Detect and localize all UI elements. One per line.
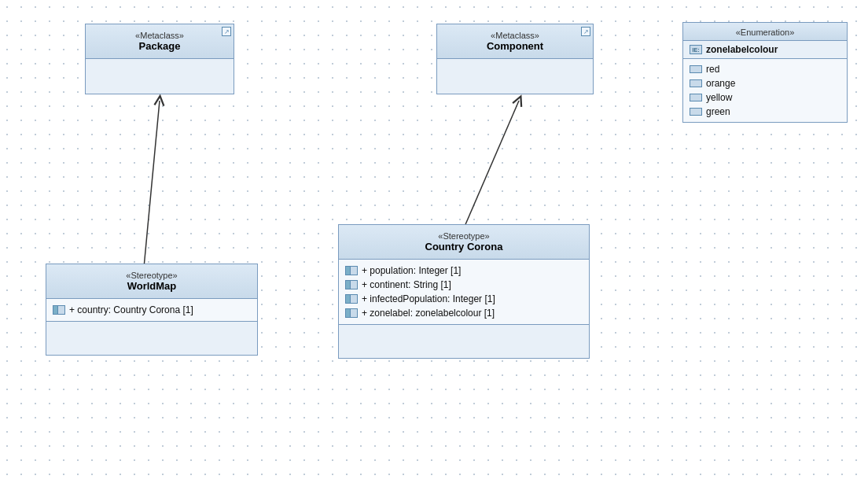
enum-value-green: green <box>690 105 840 119</box>
enum-name-text: zonelabelcolour <box>706 44 778 55</box>
enum-val-yellow-text: yellow <box>706 92 732 103</box>
package-header: «Metaclass» Package <box>86 24 234 59</box>
cc-attr-infected: + infectedPopulation: Integer [1] <box>345 292 583 306</box>
enum-val-orange-text: orange <box>706 78 735 89</box>
cc-attr-continent-text: + continent: String [1] <box>362 279 451 290</box>
countrycorona-class-box: «Stereotype» Country Corona + population… <box>338 224 590 359</box>
attr-icon-population <box>345 266 358 275</box>
component-resize-icon[interactable]: ↗ <box>581 27 590 36</box>
countrycorona-header: «Stereotype» Country Corona <box>339 225 589 260</box>
enum-val-icon-yellow <box>690 94 702 101</box>
enum-value-orange: orange <box>690 76 840 90</box>
worldmap-empty-section <box>46 322 257 341</box>
cc-empty-section <box>339 325 589 344</box>
arrow-countrycorona-component <box>464 101 519 228</box>
enum-value-yellow: yellow <box>690 90 840 105</box>
worldmap-class-box: «Stereotype» WorldMap + country: Country… <box>46 264 258 356</box>
cc-attr-population-text: + population: Integer [1] <box>362 265 461 276</box>
enum-values: red orange yellow green <box>683 59 847 122</box>
cc-attr-zonelabel: + zonelabel: zonelabelcolour [1] <box>345 306 583 320</box>
enum-val-red-text: red <box>706 64 719 75</box>
worldmap-name: WorldMap <box>54 280 249 292</box>
enum-stereotype: «Enumeration» <box>691 28 839 37</box>
component-header: «Metaclass» Component <box>437 24 593 59</box>
component-empty-section2 <box>437 76 593 94</box>
enum-val-icon-green <box>690 108 702 116</box>
worldmap-header: «Stereotype» WorldMap <box>46 264 257 299</box>
countrycorona-stereotype: «Stereotype» <box>347 231 581 241</box>
enum-value-red: red <box>690 62 840 76</box>
package-name: Package <box>94 40 226 52</box>
enum-header: «Enumeration» <box>683 23 847 41</box>
enum-val-icon-red <box>690 65 702 73</box>
worldmap-stereotype: «Stereotype» <box>54 271 249 280</box>
enum-val-icon-orange <box>690 79 702 87</box>
arrow-worldmap-package <box>144 101 160 267</box>
attr-icon-infected <box>345 294 358 304</box>
component-stereotype: «Metaclass» <box>445 31 585 40</box>
package-empty-section <box>86 59 234 76</box>
worldmap-empty-section2 <box>46 341 257 355</box>
enum-val-green-text: green <box>706 106 730 117</box>
component-empty-section <box>437 59 593 76</box>
attr-icon-continent <box>345 280 358 289</box>
worldmap-attributes: + country: Country Corona [1] <box>46 299 257 322</box>
cc-attr-infected-text: + infectedPopulation: Integer [1] <box>362 293 495 304</box>
attr-icon-country <box>53 305 65 315</box>
cc-attr-zonelabel-text: + zonelabel: zonelabelcolour [1] <box>362 308 495 319</box>
component-name: Component <box>445 40 585 52</box>
countrycorona-attributes: + population: Integer [1] + continent: S… <box>339 260 589 325</box>
package-empty-section2 <box>86 76 234 94</box>
worldmap-attr-country-text: + country: Country Corona [1] <box>69 304 193 315</box>
attr-icon-zonelabel <box>345 308 358 318</box>
cc-empty-section2 <box>339 344 589 358</box>
package-class-box: ↗ «Metaclass» Package <box>85 24 234 94</box>
diagram-canvas: ↗ «Metaclass» Package ↗ «Metaclass» Comp… <box>0 0 868 483</box>
enum-name-row: IE: zonelabelcolour <box>683 41 847 59</box>
enum-icon: IE: <box>690 45 702 54</box>
countrycorona-name: Country Corona <box>347 241 581 253</box>
cc-attr-population: + population: Integer [1] <box>345 264 583 278</box>
component-class-box: ↗ «Metaclass» Component <box>436 24 594 94</box>
package-stereotype: «Metaclass» <box>94 31 226 40</box>
worldmap-attr-country: + country: Country Corona [1] <box>53 303 251 317</box>
cc-attr-continent: + continent: String [1] <box>345 278 583 292</box>
package-resize-icon[interactable]: ↗ <box>222 27 231 36</box>
enumeration-box: «Enumeration» IE: zonelabelcolour red or… <box>682 22 848 123</box>
